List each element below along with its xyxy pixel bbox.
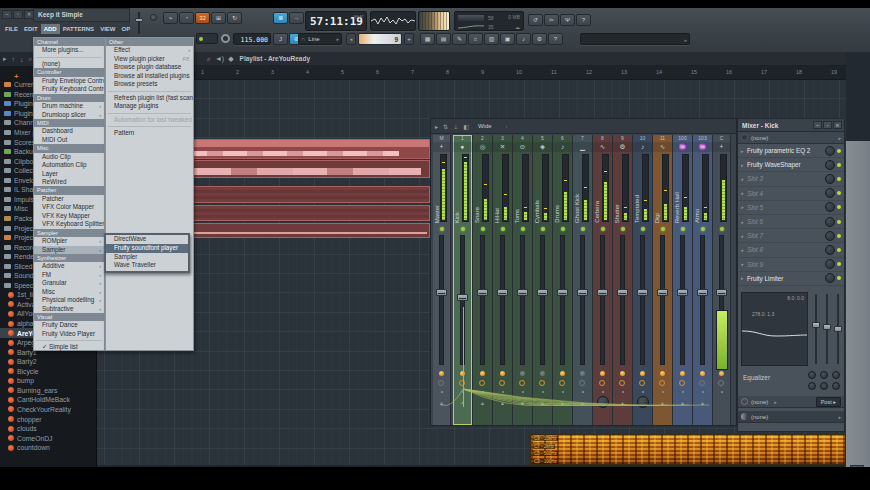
sidechain-selector[interactable]: (none) ▸ — [738, 411, 844, 423]
fx-enable-led[interactable] — [837, 205, 841, 209]
eq-band-slider[interactable] — [833, 292, 842, 366]
menu-item[interactable]: VFX Keyboard Splitter — [34, 220, 104, 228]
fx-enable-lamp[interactable] — [560, 371, 565, 376]
fx-slot[interactable]: ▸Slot 8 — [738, 243, 844, 257]
input-selector[interactable]: (none) ▸ — [738, 132, 844, 144]
playlist-icon[interactable]: ▤ — [436, 33, 451, 45]
menu-item[interactable]: Manage plugins — [106, 102, 193, 110]
output-selector[interactable]: (none) ▸ Post ▸ — [738, 396, 844, 408]
fader-track[interactable] — [680, 235, 685, 365]
dock-icon[interactable]: ⊥ — [453, 123, 458, 130]
browser-item[interactable]: countdown — [0, 443, 97, 453]
fader-track[interactable] — [439, 235, 444, 365]
loop-record-icon[interactable]: ⊞ — [211, 12, 226, 24]
menu-item[interactable]: VFX Color Mapper — [34, 203, 104, 211]
fx-enable-led[interactable] — [837, 191, 841, 195]
fx-enable-lamp[interactable] — [540, 371, 545, 376]
mic-icon[interactable]: Ψ — [560, 14, 575, 26]
record-button[interactable] — [221, 34, 230, 43]
touch-icon[interactable]: ? — [548, 33, 563, 45]
fader-handle[interactable] — [497, 289, 508, 296]
fx-enable-lamp[interactable] — [480, 371, 485, 376]
browser-item[interactable]: chopper — [0, 414, 97, 424]
oscilloscope[interactable] — [370, 11, 416, 31]
fx-mix-knob[interactable] — [825, 160, 835, 170]
tool-selector[interactable]: ∩ Line ▸ — [298, 33, 342, 45]
eq-slider-handle[interactable] — [834, 326, 842, 332]
submenu-item[interactable]: Fruity soundfont player — [106, 244, 188, 253]
fx-slot[interactable]: ▸Fruity Limiter — [738, 272, 844, 286]
fader-handle[interactable] — [597, 289, 608, 296]
menu-item[interactable]: Subtractive› — [34, 305, 104, 313]
fader-track[interactable] — [660, 235, 665, 365]
menu-item[interactable]: MIDI Out — [34, 136, 104, 144]
browser-item[interactable]: bump — [0, 376, 97, 386]
fx-enable-led[interactable] — [837, 220, 841, 224]
eq-preview[interactable]: 8.0: 0.0 278.0: 1.3 — [741, 292, 808, 366]
mixer-icon[interactable]: ▥ — [484, 33, 499, 45]
fader-handle[interactable] — [657, 289, 668, 296]
browser-item[interactable]: Bicycle — [0, 367, 97, 377]
fader-handle[interactable] — [697, 289, 708, 296]
panel-minimize-button[interactable]: – — [813, 121, 822, 129]
menu-item[interactable]: Layer — [34, 170, 104, 178]
menu-item[interactable]: ROMpler› — [34, 237, 104, 245]
eq-slider-handle[interactable] — [812, 322, 820, 328]
project-picker-icon[interactable]: ⚙ — [532, 33, 547, 45]
fader-handle[interactable] — [637, 289, 648, 296]
fader-track[interactable] — [640, 235, 645, 365]
fader-handle[interactable] — [457, 294, 468, 301]
fx-enable-lamp[interactable] — [660, 371, 665, 376]
menu-item[interactable]: Effect› — [106, 46, 193, 54]
post-button[interactable]: Post ▸ — [816, 397, 841, 407]
eq-freq-knob[interactable] — [832, 371, 840, 379]
fader-handle[interactable] — [577, 289, 588, 296]
menubar-item-file[interactable]: FILE — [2, 24, 21, 34]
typing-keyboard-icon[interactable]: ≣ — [273, 12, 288, 24]
fader-handle[interactable] — [436, 289, 447, 296]
eq-slider-handle[interactable] — [823, 324, 831, 330]
fx-slot[interactable]: ▸Slot 7 — [738, 229, 844, 243]
fx-mix-knob[interactable] — [825, 231, 835, 241]
eq-freq-knob[interactable] — [832, 382, 840, 390]
browser-item[interactable]: Burning_ears — [0, 386, 97, 396]
blend-record-icon[interactable]: ↻ — [227, 12, 242, 24]
metronome-icon[interactable]: ⌁ — [163, 12, 178, 24]
fader-track[interactable] — [620, 235, 625, 365]
menu-item[interactable]: Patcher — [34, 195, 104, 203]
fx-enable-lamp[interactable] — [700, 371, 705, 376]
pattern-add-button[interactable]: + — [404, 33, 414, 45]
playlist-ruler[interactable]: 12345678910111213141516171819 — [97, 66, 846, 80]
eq-band-slider[interactable] — [822, 292, 831, 366]
menu-item[interactable]: ReWired — [34, 178, 104, 186]
wait-for-input-icon[interactable]: ◔ — [179, 12, 194, 24]
fx-enable-lamp[interactable] — [580, 371, 585, 376]
fx-enable-led[interactable] — [837, 177, 841, 181]
fx-slot[interactable]: ▸Slot 4 — [738, 187, 844, 201]
menu-item[interactable]: Additive› — [34, 262, 104, 270]
audio-preview-icon[interactable]: ◄) — [215, 55, 224, 62]
panel-maximize-button[interactable]: ▫ — [823, 121, 832, 129]
fader-handle[interactable] — [677, 289, 688, 296]
fader-handle[interactable] — [477, 289, 488, 296]
menu-item[interactable]: VFX Key Mapper — [34, 212, 104, 220]
fx-enable-lamp[interactable] — [520, 371, 525, 376]
step-edit-icon[interactable]: → — [289, 12, 304, 24]
menu-item[interactable]: More plugins... — [34, 46, 104, 54]
record-arm-icon[interactable]: ⇅ — [443, 123, 448, 130]
zoom-icon[interactable]: ⌕ — [207, 55, 211, 63]
menu-item[interactable]: Drumloop slicer› — [34, 111, 104, 119]
fx-enable-led[interactable] — [837, 234, 841, 238]
panel-close-button[interactable]: ✕ — [833, 121, 842, 129]
pat-song-switch[interactable] — [196, 33, 218, 44]
submenu-item[interactable]: DirectWave — [106, 235, 188, 244]
minimize-button[interactable]: – — [2, 10, 12, 19]
menubar-item-edit[interactable]: EDIT — [21, 24, 41, 34]
mixer-view-selector[interactable]: Wide — [478, 123, 492, 129]
fx-enable-led[interactable] — [837, 248, 841, 252]
fx-slot[interactable]: ▸Slot 5 — [738, 201, 844, 215]
bpm-display[interactable]: 115.000 — [233, 33, 271, 45]
fader-handle[interactable] — [517, 289, 528, 296]
cut-icon[interactable]: ✂ — [544, 14, 559, 26]
eq-freq-knob[interactable] — [820, 371, 828, 379]
